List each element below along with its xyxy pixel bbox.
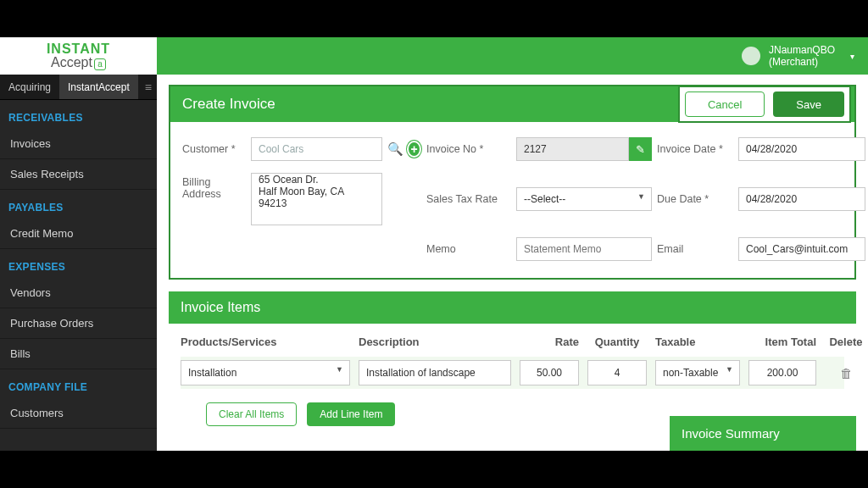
label-email: Email <box>657 243 733 255</box>
edit-invoice-no-button[interactable]: ✎ <box>629 137 652 161</box>
section-receivables: RECEIVABLES <box>0 100 157 129</box>
add-line-item-button[interactable]: Add Line Item <box>307 402 395 426</box>
logo-line2: Accept <box>51 55 92 69</box>
line-total-input[interactable] <box>748 360 816 385</box>
col-delete: Delete <box>825 336 867 348</box>
customer-input[interactable] <box>251 137 382 161</box>
sidebar-item-bills[interactable]: Bills <box>0 339 157 369</box>
label-customer: Customer * <box>182 143 246 155</box>
sidebar-item-invoices[interactable]: Invoices <box>0 129 157 159</box>
label-billing: Billing Address <box>182 173 246 200</box>
label-memo: Memo <box>426 243 511 255</box>
chevron-down-icon[interactable]: ▾ <box>850 52 854 61</box>
col-quantity: Quantity <box>587 336 647 348</box>
sidebar-item-purchase-orders[interactable]: Purchase Orders <box>0 308 157 339</box>
line-qty-input[interactable] <box>587 360 647 385</box>
tax-rate-select[interactable] <box>516 187 652 211</box>
cancel-button[interactable]: Cancel <box>685 92 765 117</box>
section-payables: PAYABLES <box>0 190 157 219</box>
col-taxable: Taxable <box>655 336 740 348</box>
hamburger-icon[interactable]: ≡ <box>138 80 159 94</box>
page-header: Create Invoice Cancel Save <box>169 85 856 122</box>
user-name: JNaumanQBO <box>769 44 835 56</box>
line-item-row: 🗑 <box>181 357 844 389</box>
label-tax-rate: Sales Tax Rate <box>426 193 511 205</box>
pencil-icon: ✎ <box>636 143 645 156</box>
sidebar-item-credit-memo[interactable]: Credit Memo <box>0 219 157 249</box>
line-taxable-select[interactable] <box>655 360 740 385</box>
col-products: Products/Services <box>181 336 350 348</box>
tab-instantaccept[interactable]: InstantAccept <box>59 75 138 99</box>
sidebar: Acquiring InstantAccept ≡ RECEIVABLES In… <box>0 75 157 451</box>
section-company-file: COMPANY FILE <box>0 369 157 398</box>
memo-input[interactable] <box>516 237 652 261</box>
due-date-input[interactable] <box>738 187 865 211</box>
invoice-items-title: Invoice Items <box>169 291 856 324</box>
line-product-select[interactable] <box>181 360 350 385</box>
logo-badge: a <box>94 58 106 70</box>
line-rate-input[interactable] <box>520 360 579 385</box>
section-expenses: EXPENSES <box>0 249 157 278</box>
sidebar-item-customers[interactable]: Customers <box>0 398 157 429</box>
col-description: Description <box>359 336 511 348</box>
app-logo: INSTANT Accepta <box>0 37 157 75</box>
billing-address-input[interactable]: 65 Ocean Dr. Half Moon Bay, CA 94213 <box>251 173 382 225</box>
trash-icon[interactable]: 🗑 <box>825 366 867 380</box>
col-rate: Rate <box>520 336 579 348</box>
label-invoice-no: Invoice No * <box>426 143 511 155</box>
label-due-date: Due Date * <box>657 193 733 205</box>
col-item-total: Item Total <box>748 336 816 348</box>
search-icon[interactable]: 🔍 <box>387 141 403 158</box>
sidebar-item-vendors[interactable]: Vendors <box>0 278 157 308</box>
clear-items-button[interactable]: Clear All Items <box>206 402 297 426</box>
save-button[interactable]: Save <box>773 92 844 117</box>
user-menu[interactable]: JNaumanQBO (Merchant) <box>769 44 835 69</box>
tab-acquiring[interactable]: Acquiring <box>0 75 59 99</box>
label-invoice-date: Invoice Date * <box>657 143 733 155</box>
logo-line1: INSTANT <box>47 42 110 56</box>
email-input[interactable] <box>738 237 865 261</box>
user-role: (Merchant) <box>769 56 835 68</box>
page-title: Create Invoice <box>182 96 275 113</box>
invoice-no-input[interactable] <box>516 137 629 161</box>
add-customer-icon[interactable]: + <box>407 141 421 158</box>
invoice-summary-header[interactable]: Invoice Summary <box>670 416 856 451</box>
sidebar-item-sales-receipts[interactable]: Sales Receipts <box>0 159 157 190</box>
invoice-date-input[interactable] <box>738 137 865 161</box>
avatar[interactable] <box>742 47 760 65</box>
line-description-input[interactable] <box>359 360 511 385</box>
